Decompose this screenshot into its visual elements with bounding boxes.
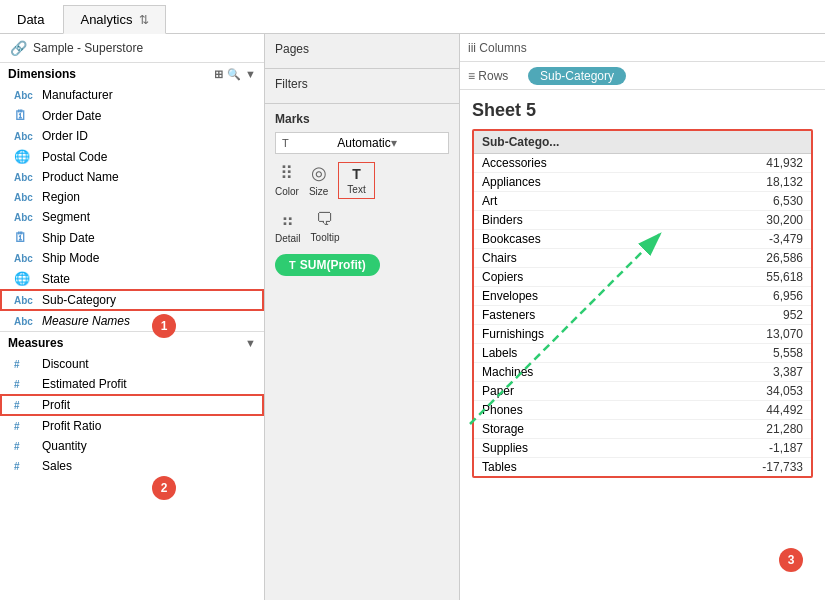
app-container: Data Analytics ⇅ 🔗 Sample - Superstore D… [0,0,825,600]
cell-value: -17,733 [733,460,803,474]
field-region[interactable]: Abc Region [0,187,264,207]
data-source[interactable]: 🔗 Sample - Superstore [0,34,264,63]
cell-value: -1,187 [733,441,803,455]
cell-name: Paper [482,384,733,398]
field-name-profit: Profit [42,398,70,412]
table-row: Tables-17,733 [474,458,811,476]
rows-sub-category-pill[interactable]: Sub-Category [528,67,626,85]
cell-value: 41,932 [733,156,803,170]
marks-size-label: Size [309,186,328,197]
field-ship-mode[interactable]: Abc Ship Mode [0,248,264,268]
dimensions-list: Abc Manufacturer 🗓 Order Date Abc Order … [0,85,264,600]
tab-data[interactable]: Data [0,5,61,33]
datasource-icon: 🔗 [10,40,27,56]
measures-sort-icon[interactable]: ▼ [245,337,256,349]
field-sub-category[interactable]: Abc Sub-Category [0,289,264,311]
cell-name: Copiers [482,270,733,284]
cell-value: 55,618 [733,270,803,284]
marks-tooltip-btn[interactable]: 🗨 Tooltip [311,209,340,244]
cell-value: 3,387 [733,365,803,379]
field-estimated-profit[interactable]: # Estimated Profit [0,374,264,394]
cell-name: Storage [482,422,733,436]
field-type-product-name: Abc [14,172,36,183]
field-profit-ratio[interactable]: # Profit Ratio [0,416,264,436]
field-sales[interactable]: # Sales [0,456,264,476]
field-type-est-profit: # [14,379,36,390]
field-order-id[interactable]: Abc Order ID [0,126,264,146]
table-row: Supplies-1,187 [474,439,811,458]
field-order-date[interactable]: 🗓 Order Date [0,105,264,126]
field-type-order-date: 🗓 [14,108,36,123]
measures-label: Measures [8,336,63,350]
size-icon: ◎ [311,162,327,184]
table-row: Art6,530 [474,192,811,211]
marks-icons-row2: ⠶ Detail 🗨 Tooltip [275,209,449,244]
field-name-manufacturer: Manufacturer [42,88,113,102]
cell-value: 44,492 [733,403,803,417]
table-row: Storage21,280 [474,420,811,439]
columns-label: iii Columns [468,41,528,55]
field-discount[interactable]: # Discount [0,354,264,374]
field-postal-code[interactable]: 🌐 Postal Code [0,146,264,167]
table-row: Phones44,492 [474,401,811,420]
grid-icon[interactable]: ⊞ [214,68,223,81]
cell-value: 6,956 [733,289,803,303]
top-tabs: Data Analytics ⇅ [0,0,825,34]
field-segment[interactable]: Abc Segment [0,207,264,227]
marks-tooltip-label: Tooltip [311,232,340,243]
field-quantity[interactable]: # Quantity [0,436,264,456]
field-name-profit-ratio: Profit Ratio [42,419,101,433]
field-type-postal-code: 🌐 [14,149,36,164]
sum-profit-pill[interactable]: T SUM(Profit) [275,254,380,276]
field-name-measure-names: Measure Names [42,314,130,328]
field-name-state: State [42,272,70,286]
cell-name: Bookcases [482,232,733,246]
field-name-order-id: Order ID [42,129,88,143]
cell-name: Machines [482,365,733,379]
table-row: Fasteners952 [474,306,811,325]
field-profit[interactable]: # Profit [0,394,264,416]
field-measure-names[interactable]: Abc Measure Names [0,311,264,331]
filters-section: Filters [265,69,459,104]
tooltip-icon: 🗨 [316,209,334,230]
field-ship-date[interactable]: 🗓 Ship Date [0,227,264,248]
tab-analytics[interactable]: Analytics ⇅ [63,5,165,34]
field-manufacturer[interactable]: Abc Manufacturer [0,85,264,105]
marks-text-btn[interactable]: T Text [338,162,374,199]
marks-size-btn[interactable]: ◎ Size [309,162,328,199]
field-type-measure-names: Abc [14,316,36,327]
cell-name: Art [482,194,733,208]
marks-color-btn[interactable]: ⠿ Color [275,162,299,199]
field-name-est-profit: Estimated Profit [42,377,127,391]
cell-value: 13,070 [733,327,803,341]
sum-profit-label: SUM(Profit) [300,258,366,272]
marks-section: Marks T Automatic ▾ ⠿ Color ◎ Size [265,104,459,600]
field-product-name[interactable]: Abc Product Name [0,167,264,187]
table-row: Machines3,387 [474,363,811,382]
search-icon[interactable]: 🔍 [227,68,241,81]
field-state[interactable]: 🌐 State [0,268,264,289]
field-name-sales: Sales [42,459,72,473]
data-table: Sub-Catego... Accessories41,932Appliance… [472,129,813,478]
sheet-area: Sheet 5 Sub-Catego... Accessories41,932A… [460,90,825,600]
table-row: Envelopes6,956 [474,287,811,306]
filters-label: Filters [275,77,449,91]
marks-detail-btn[interactable]: ⠶ Detail [275,209,301,244]
marks-dropdown[interactable]: T Automatic ▾ [275,132,449,154]
dimensions-tools: ⊞ 🔍 ▼ [214,68,256,81]
rows-shelf: ≡ Rows Sub-Category [460,62,825,90]
table-row: Appliances18,132 [474,173,811,192]
left-panel: 🔗 Sample - Superstore Dimensions ⊞ 🔍 ▼ A… [0,34,265,600]
field-type-order-id: Abc [14,131,36,142]
field-name-segment: Segment [42,210,90,224]
field-type-sub-category: Abc [14,295,36,306]
table-row: Labels5,558 [474,344,811,363]
cell-value: 952 [733,308,803,322]
sort-icon[interactable]: ▼ [245,68,256,81]
marks-detail-label: Detail [275,233,301,244]
col-header-name: Sub-Catego... [482,135,733,149]
field-type-segment: Abc [14,212,36,223]
cell-name: Chairs [482,251,733,265]
columns-shelf: iii Columns [460,34,825,62]
table-row: Bookcases-3,479 [474,230,811,249]
